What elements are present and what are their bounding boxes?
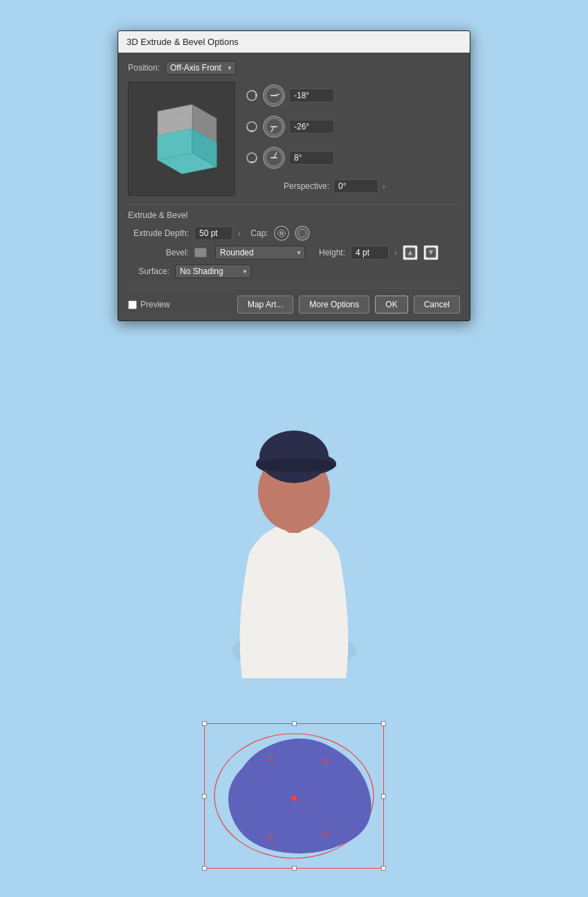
surface-select[interactable]: No Shading Diffuse Shading Plastic Shadi…	[175, 264, 251, 278]
svg-point-22	[298, 229, 306, 237]
cap-off-button[interactable]	[295, 226, 310, 241]
height-label: Height:	[311, 248, 345, 257]
extrude-depth-row: Extrude Depth: › Cap:	[128, 226, 460, 241]
cancel-button[interactable]: Cancel	[414, 296, 460, 314]
angle-dial-2[interactable]	[263, 116, 285, 138]
svg-point-10	[266, 87, 282, 104]
more-options-button[interactable]: More Options	[299, 296, 369, 314]
surface-label: Surface:	[128, 266, 169, 276]
preview-label[interactable]: Preview	[140, 300, 170, 309]
svg-point-14	[266, 118, 282, 135]
preview-checkbox-area: Preview	[128, 300, 232, 309]
position-label: Position:	[128, 63, 160, 73]
map-art-button[interactable]: Map Art...	[237, 296, 293, 314]
angle-row-1	[245, 84, 460, 107]
position-row: Position: Off-Axis Front Off-Axis Back I…	[128, 61, 460, 75]
character-illustration	[187, 360, 401, 692]
extrude-depth-input[interactable]	[194, 226, 232, 240]
preview-checkbox[interactable]	[128, 300, 137, 309]
svg-point-33	[256, 458, 336, 472]
angle-2-input[interactable]	[289, 120, 334, 134]
angle-dial-3[interactable]	[263, 147, 285, 169]
position-select-wrapper: Off-Axis Front Off-Axis Back Isometric L…	[165, 61, 236, 75]
bevel-label: Bevel:	[128, 248, 189, 257]
bevel-select[interactable]: Rounded None Classic Complex 1	[215, 246, 305, 260]
bevel-swatch	[194, 248, 207, 257]
character-svg	[187, 360, 401, 692]
angle-1-input[interactable]	[289, 89, 334, 102]
dialog-titlebar: 3D Extrude & Bevel Options	[118, 31, 470, 53]
ok-button[interactable]: OK	[375, 296, 407, 314]
shadow-shape-svg	[204, 723, 384, 869]
cap-on-button[interactable]	[274, 226, 289, 241]
view-area: Perspective: ›	[128, 82, 460, 196]
bevel-row: Bevel: Rounded None Classic Complex 1 He…	[128, 245, 460, 260]
rotate-y-icon	[245, 120, 259, 134]
surface-select-wrapper: No Shading Diffuse Shading Plastic Shadi…	[175, 264, 251, 278]
perspective-label: Perspective:	[284, 181, 329, 191]
position-select[interactable]: Off-Axis Front Off-Axis Back Isometric L…	[165, 61, 236, 75]
angle-dial-1[interactable]	[263, 84, 285, 107]
extrude-bevel-label: Extrude & Bevel	[128, 204, 460, 220]
angle-controls: Perspective: ›	[245, 82, 460, 196]
angle-3-input[interactable]	[289, 151, 334, 165]
rotate-x-icon	[245, 89, 259, 102]
surface-row: Surface: No Shading Diffuse Shading Plas…	[128, 264, 460, 278]
cap-label: Cap:	[246, 228, 268, 238]
button-row: Preview Map Art... More Options OK Cance…	[128, 288, 460, 314]
svg-point-39	[291, 795, 297, 801]
height-input[interactable]	[351, 246, 389, 260]
svg-point-21	[279, 231, 284, 235]
height-outward-button[interactable]	[423, 245, 439, 260]
perspective-input[interactable]	[333, 179, 378, 193]
height-inward-button[interactable]	[403, 245, 418, 260]
dialog-body: Position: Off-Axis Front Off-Axis Back I…	[118, 53, 470, 320]
angle-row-2	[245, 116, 460, 138]
svg-point-18	[266, 150, 282, 166]
angle-row-3	[245, 147, 460, 169]
perspective-row: Perspective: ›	[245, 179, 460, 193]
extrude-depth-label: Extrude Depth:	[128, 228, 189, 238]
dialog-3d-extrude: 3D Extrude & Bevel Options Position: Off…	[118, 30, 470, 321]
cube-preview	[128, 82, 235, 196]
extrude-depth-arrow-icon[interactable]: ›	[238, 229, 241, 237]
perspective-arrow-icon[interactable]: ›	[383, 182, 385, 190]
height-arrow-icon[interactable]: ›	[394, 248, 397, 257]
rotate-z-icon	[245, 151, 259, 165]
bevel-select-wrapper: Rounded None Classic Complex 1	[215, 246, 305, 260]
svg-point-32	[270, 444, 284, 458]
cube-svg	[137, 91, 227, 188]
selected-object-container	[204, 723, 384, 869]
svg-point-31	[259, 431, 329, 483]
dialog-title: 3D Extrude & Bevel Options	[127, 37, 239, 47]
